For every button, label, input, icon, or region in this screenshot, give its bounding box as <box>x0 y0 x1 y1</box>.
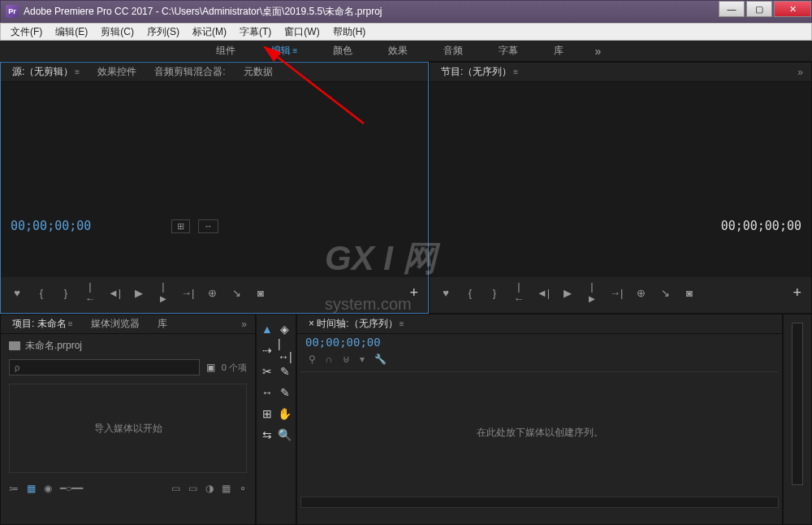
icon-view-icon[interactable]: ▦ <box>27 483 36 494</box>
zoom-slider[interactable]: ━○━━ <box>60 483 83 494</box>
menu-marker[interactable]: 标记(M) <box>186 24 233 41</box>
menu-window[interactable]: 窗口(W) <box>278 24 326 41</box>
export-frame-icon[interactable]: ◙ <box>254 287 267 299</box>
linked-selection-icon[interactable]: ∩ <box>326 354 333 365</box>
rolling-edit-tool-icon[interactable]: |↔| <box>278 342 292 358</box>
ws-more-button[interactable]: » <box>594 45 601 58</box>
tab-effect-controls[interactable]: 效果控件 <box>94 63 140 80</box>
source-panel-tabs: 源:（无剪辑）≡ 效果控件 音频剪辑混合器: 元数据 <box>1 63 428 82</box>
overwrite-icon[interactable]: ↘ <box>230 287 243 299</box>
menubar: 文件(F) 编辑(E) 剪辑(C) 序列(S) 标记(M) 字幕(T) 窗口(W… <box>0 23 812 41</box>
import-drop-zone[interactable]: 导入媒体以开始 <box>9 384 247 473</box>
zoom-tool-icon[interactable]: 🔍 <box>278 427 292 443</box>
go-to-out-icon[interactable]: →| <box>181 287 194 299</box>
play-icon[interactable]: ▶ <box>132 287 145 299</box>
sort-icon[interactable]: ▭ <box>171 483 180 494</box>
ws-tab-titles[interactable]: 字幕 <box>494 41 523 61</box>
ws-tab-editing[interactable]: 编辑 <box>266 41 303 61</box>
menu-edit[interactable]: 编辑(E) <box>49 24 94 41</box>
chevron-icon[interactable]: » <box>241 319 247 330</box>
menu-file[interactable]: 文件(F) <box>4 24 49 41</box>
razor-tool-icon[interactable]: ✂ <box>261 363 273 380</box>
menu-sequence[interactable]: 序列(S) <box>140 24 186 41</box>
marker-icon[interactable]: ♥ <box>11 287 24 299</box>
tab-source[interactable]: 源:（无剪辑）≡ <box>9 63 83 80</box>
in-point-icon[interactable]: { <box>464 287 477 299</box>
wrench-icon[interactable]: 🔧 <box>374 354 387 365</box>
step-forward-icon[interactable]: |► <box>585 280 598 305</box>
program-panel-tabs: 节目:（无序列）≡ » <box>430 63 811 82</box>
pen-tool-icon[interactable]: ✎ <box>278 384 292 401</box>
tab-project[interactable]: 项目: 未命名≡ <box>9 315 76 332</box>
new-item-icon[interactable]: ⚬ <box>239 483 247 494</box>
export-frame-icon[interactable]: ◙ <box>683 287 696 299</box>
tab-metadata[interactable]: 元数据 <box>240 63 276 80</box>
timeline-panel-tabs: × 时间轴:（无序列）≡ <box>297 315 782 334</box>
project-file-name: 未命名.prproj <box>25 339 82 353</box>
track-select-tool-icon[interactable]: ◈ <box>278 321 292 337</box>
source-timecode[interactable]: 00;00;00;00 <box>11 219 91 233</box>
timeline-scrollbar[interactable] <box>300 497 779 508</box>
tab-program[interactable]: 节目:（无序列）≡ <box>438 63 521 80</box>
add-button-icon[interactable]: + <box>793 284 801 302</box>
step-back-icon[interactable]: ◄| <box>108 287 121 299</box>
find-icon[interactable]: ◑ <box>205 483 214 494</box>
search-input[interactable] <box>9 359 200 375</box>
ws-tab-effects[interactable]: 效果 <box>383 41 412 61</box>
item-count: 0 个项 <box>222 362 247 374</box>
add-marker-icon[interactable]: ⊎ <box>343 354 350 365</box>
play-icon[interactable]: ▶ <box>561 287 574 299</box>
rectangle-tool-icon[interactable]: ⊞ <box>261 406 273 422</box>
go-to-in-icon[interactable]: |← <box>84 280 97 305</box>
project-panel: 项目: 未命名≡ 媒体浏览器 库 » 未命名.prproj ▣ 0 个项 导入媒… <box>0 314 256 525</box>
timeline-drop-zone[interactable]: 在此处放下媒体以创建序列。 <box>300 371 779 493</box>
minimize-button[interactable]: — <box>719 1 745 17</box>
marker-icon[interactable]: ♥ <box>439 287 452 299</box>
step-button[interactable]: ↔ <box>198 219 218 233</box>
automate-icon[interactable]: ▭ <box>188 483 197 494</box>
ws-tab-libraries[interactable]: 库 <box>549 41 568 61</box>
fit-button[interactable]: ⊞ <box>171 219 190 233</box>
snap-icon[interactable]: ⚲ <box>309 354 316 365</box>
ws-tab-color[interactable]: 颜色 <box>328 41 357 61</box>
in-point-icon[interactable]: { <box>35 287 48 299</box>
hand-tool-icon[interactable]: ✋ <box>278 406 292 422</box>
timeline-timecode[interactable]: 00;00;00;00 <box>297 334 782 350</box>
go-to-out-icon[interactable]: →| <box>610 287 623 299</box>
step-forward-icon[interactable]: |► <box>157 280 170 305</box>
tab-timeline[interactable]: × 时间轴:（无序列）≡ <box>305 315 408 332</box>
menu-title[interactable]: 字幕(T) <box>233 24 278 41</box>
main-area: 源:（无剪辑）≡ 效果控件 音频剪辑混合器: 元数据 00;00;00;00 ⊞… <box>0 62 812 525</box>
menu-clip[interactable]: 剪辑(C) <box>94 24 140 41</box>
chevron-icon[interactable]: » <box>797 67 803 78</box>
slip-tool-icon[interactable]: ✎ <box>278 363 292 380</box>
go-to-in-icon[interactable]: |← <box>512 280 525 305</box>
timeline-settings-icon[interactable]: ▾ <box>360 354 365 365</box>
slide-tool-icon[interactable]: ↔ <box>261 384 273 401</box>
program-timecode[interactable]: 00;00;00;00 <box>721 219 801 233</box>
ripple-edit-tool-icon[interactable]: ⇢ <box>261 342 273 358</box>
extract-icon[interactable]: ↘ <box>659 287 672 299</box>
out-point-icon[interactable]: } <box>59 287 72 299</box>
lift-icon[interactable]: ⊕ <box>634 287 647 299</box>
window-buttons: — ▢ ✕ <box>717 1 811 22</box>
menu-help[interactable]: 帮助(H) <box>326 24 373 41</box>
filter-icon[interactable]: ▣ <box>206 362 215 373</box>
out-point-icon[interactable]: } <box>488 287 501 299</box>
maximize-button[interactable]: ▢ <box>746 1 772 17</box>
new-bin-icon[interactable]: ▦ <box>222 483 231 494</box>
tab-libraries[interactable]: 库 <box>154 315 171 332</box>
workspace-bar: 组件 编辑 颜色 效果 音频 字幕 库 » <box>0 41 812 62</box>
ws-tab-assembly[interactable]: 组件 <box>211 41 240 61</box>
list-view-icon[interactable]: ≔ <box>9 483 19 494</box>
close-button[interactable]: ✕ <box>774 1 811 17</box>
insert-icon[interactable]: ⊕ <box>205 287 218 299</box>
tab-media-browser[interactable]: 媒体浏览器 <box>88 315 143 332</box>
freeform-view-icon[interactable]: ◉ <box>44 483 52 494</box>
tab-audio-mixer[interactable]: 音频剪辑混合器: <box>151 63 228 80</box>
add-button-icon[interactable]: + <box>409 284 418 302</box>
step-back-icon[interactable]: ◄| <box>537 287 550 299</box>
ws-tab-audio[interactable]: 音频 <box>438 41 468 61</box>
selection-tool-icon[interactable]: ▲ <box>261 321 273 337</box>
type-tool-icon[interactable]: ⇆ <box>261 427 273 443</box>
